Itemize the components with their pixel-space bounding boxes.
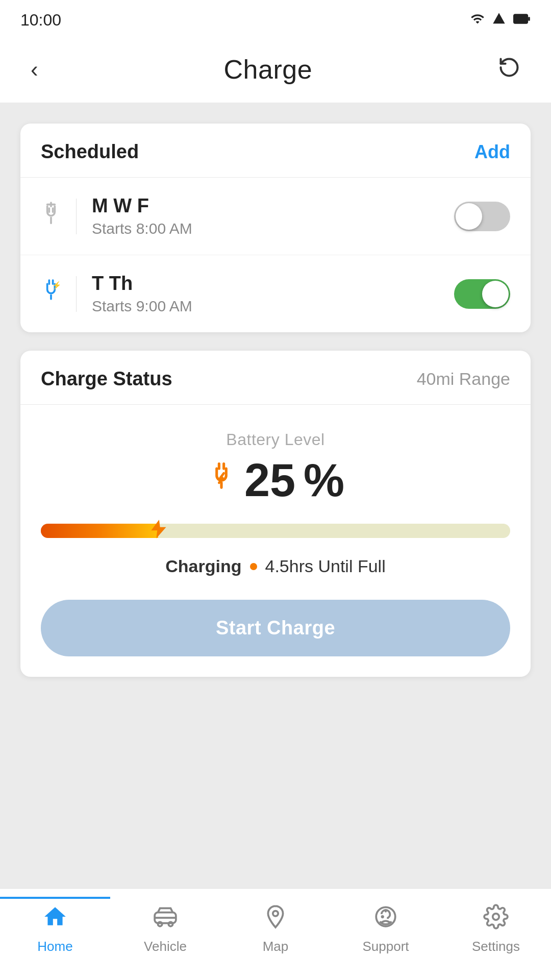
status-time: 10:00 [20, 11, 61, 30]
toggle-thumb-mwf [456, 203, 482, 230]
svg-text:⚡: ⚡ [52, 280, 61, 289]
nav-label-vehicle: Vehicle [144, 939, 187, 954]
charge-body: Battery Level 25 % [20, 405, 531, 677]
signal-icon [470, 12, 485, 28]
plug-active-icon: ⚡ [40, 278, 62, 310]
battery-progress-bar [41, 524, 510, 538]
svg-rect-1 [514, 15, 528, 23]
scheduled-title: Scheduled [41, 141, 139, 163]
svg-rect-2 [528, 17, 530, 20]
svg-point-13 [273, 911, 278, 916]
battery-percent-row: 25 % [41, 457, 510, 503]
schedule-time-tth: Starts 9:00 AM [92, 298, 454, 315]
nav-item-settings[interactable]: Settings [441, 899, 551, 960]
nav-item-map[interactable]: Map [220, 899, 331, 960]
battery-icon [513, 12, 531, 28]
main-content: Scheduled Add M W F Starts 8:00 AM [0, 103, 551, 889]
app-header: ‹ Charge [0, 36, 551, 103]
toggle-tth[interactable] [454, 279, 510, 309]
schedule-days-tth: T Th [92, 273, 454, 295]
progress-lightning-icon [147, 518, 169, 544]
scheduled-card: Scheduled Add M W F Starts 8:00 AM [20, 124, 531, 332]
status-icons [470, 12, 531, 28]
svg-point-15 [381, 915, 384, 918]
battery-progress-fill [41, 524, 158, 538]
svg-point-17 [493, 914, 499, 920]
charging-detail: 4.5hrs Until Full [265, 556, 386, 576]
charge-status-header: Charge Status 40mi Range [20, 351, 531, 405]
toggle-thumb-tth [482, 281, 509, 307]
scheduled-card-header: Scheduled Add [20, 124, 531, 178]
back-button[interactable]: ‹ [26, 53, 43, 86]
charge-range: 40mi Range [417, 369, 510, 389]
nav-label-support: Support [362, 939, 409, 954]
refresh-button[interactable] [493, 51, 525, 87]
map-icon [263, 904, 288, 934]
nav-label-settings: Settings [472, 939, 520, 954]
charging-status-text: Charging 4.5hrs Until Full [41, 556, 510, 576]
schedule-icon-mwf [41, 199, 77, 234]
support-icon [373, 904, 398, 934]
schedule-days-mwf: M W F [92, 195, 454, 217]
schedule-info-mwf: M W F Starts 8:00 AM [92, 195, 454, 237]
plug-charge-icon [207, 461, 236, 499]
nav-item-home[interactable]: Home [0, 897, 110, 960]
nav-label-home: Home [37, 939, 72, 954]
battery-percent-sign: % [304, 457, 344, 503]
schedule-info-tth: T Th Starts 9:00 AM [92, 273, 454, 315]
home-icon [42, 904, 68, 934]
start-charge-button[interactable]: Start Charge [41, 600, 510, 656]
schedule-item-mwf: M W F Starts 8:00 AM [20, 178, 531, 255]
svg-point-12 [168, 922, 172, 926]
schedule-item-tth: ⚡ T Th Starts 9:00 AM [20, 255, 531, 332]
nav-item-support[interactable]: Support [331, 899, 441, 960]
charge-status-card: Charge Status 40mi Range Battery Level 2… [20, 351, 531, 677]
toggle-mwf[interactable] [454, 202, 510, 231]
schedule-time-mwf: Starts 8:00 AM [92, 220, 454, 237]
schedule-icon-tth: ⚡ [41, 276, 77, 312]
battery-level-label: Battery Level [41, 430, 510, 449]
add-schedule-button[interactable]: Add [474, 141, 510, 163]
charging-label: Charging [165, 556, 241, 576]
bottom-nav: Home Vehicle Map [0, 888, 551, 980]
nav-label-map: Map [263, 939, 289, 954]
nav-item-vehicle[interactable]: Vehicle [110, 899, 220, 960]
settings-icon [483, 904, 509, 934]
svg-point-16 [385, 911, 387, 913]
wifi-icon [491, 12, 507, 28]
status-bar: 10:00 [0, 0, 551, 36]
battery-percent-value: 25 [244, 457, 295, 503]
charging-dot [250, 563, 257, 570]
svg-marker-0 [493, 13, 505, 23]
charge-status-title: Charge Status [41, 368, 172, 390]
plug-inactive-icon [40, 201, 62, 232]
svg-point-11 [158, 922, 162, 926]
vehicle-icon [153, 904, 178, 934]
page-title: Charge [224, 54, 313, 85]
